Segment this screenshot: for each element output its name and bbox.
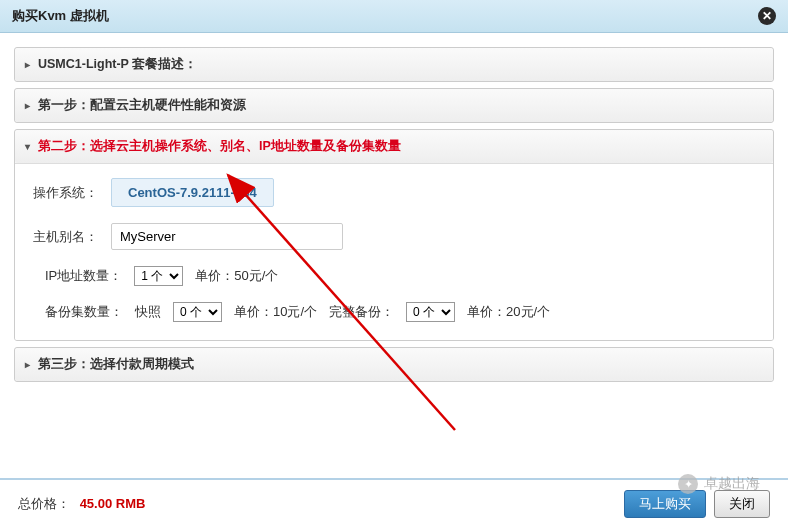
snapshot-unit-price: 单价：10元/个 (234, 303, 317, 321)
ip-count-label: IP地址数量： (45, 267, 122, 285)
accordion-step1[interactable]: ▸ 第一步：配置云主机硬件性能和资源 (15, 89, 773, 122)
os-selected-pill[interactable]: CentOS-7.9.2111-x64 (111, 178, 274, 207)
accordion-label: USMC1-Light-P 套餐描述： (38, 56, 197, 73)
alias-label: 主机别名： (33, 228, 111, 246)
snapshot-label: 快照 (135, 303, 161, 321)
close-button[interactable]: 关闭 (714, 490, 770, 518)
full-backup-select[interactable]: 0 个 (406, 302, 455, 322)
alias-input[interactable] (111, 223, 343, 250)
total-price-value: 45.00 RMB (80, 496, 146, 511)
accordion-label: 第三步：选择付款周期模式 (38, 356, 194, 373)
os-label: 操作系统： (33, 184, 111, 202)
accordion-package-desc[interactable]: ▸ USMC1-Light-P 套餐描述： (15, 48, 773, 81)
ip-unit-price: 单价：50元/个 (195, 267, 278, 285)
full-backup-label: 完整备份： (329, 303, 394, 321)
caret-right-icon: ▸ (25, 59, 30, 70)
accordion-step3[interactable]: ▸ 第三步：选择付款周期模式 (15, 348, 773, 381)
total-price-label: 总价格： (18, 496, 70, 511)
modal-title: 购买Kvm 虚拟机 (12, 7, 109, 25)
accordion-label: 第二步：选择云主机操作系统、别名、IP地址数量及备份集数量 (38, 138, 401, 155)
buy-now-button[interactable]: 马上购买 (624, 490, 706, 518)
accordion-label: 第一步：配置云主机硬件性能和资源 (38, 97, 246, 114)
ip-count-select[interactable]: 1 个 (134, 266, 183, 286)
full-backup-unit-price: 单价：20元/个 (467, 303, 550, 321)
accordion-step2[interactable]: ▾ 第二步：选择云主机操作系统、别名、IP地址数量及备份集数量 (15, 130, 773, 163)
backup-count-label: 备份集数量： (45, 303, 123, 321)
snapshot-select[interactable]: 0 个 (173, 302, 222, 322)
caret-right-icon: ▸ (25, 100, 30, 111)
close-icon[interactable]: ✕ (758, 7, 776, 25)
caret-down-icon: ▾ (25, 141, 30, 152)
caret-right-icon: ▸ (25, 359, 30, 370)
